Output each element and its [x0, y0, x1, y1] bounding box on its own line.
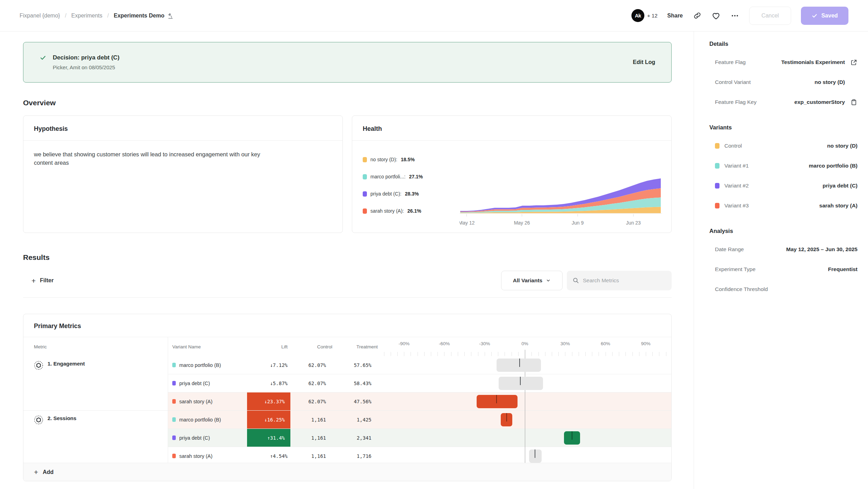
- clipboard-icon[interactable]: [850, 99, 858, 106]
- variant-swatch: [172, 454, 176, 458]
- svg-text:Jun 9: Jun 9: [572, 220, 584, 226]
- metric-name: 2. Sessions: [48, 415, 77, 421]
- collaborators[interactable]: Ak + 12: [631, 9, 658, 22]
- detail-label: Feature Flag: [715, 59, 746, 65]
- treatment-value: 57.65%: [354, 362, 371, 368]
- ruler-tick: [592, 352, 592, 356]
- ruler-tick: [619, 352, 619, 356]
- ruler-tick: [625, 352, 626, 356]
- legend-label: sarah story (A):: [370, 208, 404, 214]
- health-title: Health: [363, 125, 661, 133]
- cancel-button[interactable]: Cancel: [749, 7, 791, 25]
- target-icon: [34, 415, 43, 425]
- analysis-row: Confidence Threshold: [709, 283, 858, 295]
- ruler-tick: [585, 352, 586, 356]
- metric-cell: [23, 374, 168, 392]
- confidence-interval-midpoint: [520, 377, 521, 385]
- variant-row: Variant #3sarah story (A): [709, 200, 858, 212]
- control-value: 62.07%: [308, 362, 326, 368]
- treatment-value-cell: 47.56%: [334, 392, 380, 411]
- ruler-tick: [531, 352, 532, 356]
- metric-variant-row[interactable]: sarah story (A)↓23.37%62.07%47.56%: [23, 392, 671, 411]
- ruler-tick: [451, 352, 451, 356]
- metric-variant-row[interactable]: priya debt (C)↓5.87%62.07%58.43%: [23, 374, 671, 392]
- external-link-icon[interactable]: [850, 59, 858, 66]
- variants-heading: Variants: [709, 124, 858, 131]
- topbar: Fixpanel {demo} / Experiments / Experime…: [0, 0, 868, 31]
- ruler-tick: [612, 352, 613, 356]
- analysis-label: Date Range: [715, 246, 744, 253]
- treatment-value-cell: 57.65%: [334, 356, 380, 374]
- share-button[interactable]: Share: [667, 13, 683, 19]
- metric-cell: 1. Engagement: [23, 356, 168, 374]
- detail-row: Feature Flag Keyexp_customerStory: [709, 96, 858, 108]
- lift-axis-label: -30%: [479, 341, 490, 346]
- decision-check-icon: [39, 54, 46, 61]
- lift-axis-header: -90%-60%-30%0%30%60%90%: [380, 337, 671, 356]
- search-metrics-box: [567, 271, 672, 290]
- metric-variant-row[interactable]: priya debt (C)↑31.4%1,1612,341: [23, 429, 671, 447]
- avatar[interactable]: Ak: [631, 9, 644, 22]
- breadcrumb-project[interactable]: Fixpanel {demo}: [20, 13, 60, 19]
- metric-variant-row[interactable]: 1. Engagementmarco portfolio (B)↓7.12%62…: [23, 356, 671, 374]
- variant-label: marco portfolio (B): [179, 417, 221, 423]
- variant-swatch: [172, 363, 176, 367]
- metric-variant-row[interactable]: 2. Sessionsmarco portfolio (B)↓16.25%1,1…: [23, 411, 671, 429]
- ruler-tick: [512, 352, 512, 356]
- treatment-value-cell: 1,425: [334, 411, 380, 429]
- control-value: 62.07%: [308, 381, 326, 386]
- variant-swatch: [172, 399, 176, 404]
- favorite-heart-icon[interactable]: [711, 11, 721, 20]
- lift-axis-label: 90%: [641, 341, 650, 346]
- overview-heading: Overview: [23, 99, 672, 107]
- more-options-icon[interactable]: [730, 11, 739, 20]
- confidence-interval-cell: [380, 356, 671, 374]
- ruler-tick: [464, 352, 465, 356]
- variant-value: no story (D): [827, 143, 858, 149]
- ruler-tick: [471, 352, 471, 356]
- ruler-tick: [545, 352, 545, 356]
- ruler-tick: [431, 352, 431, 356]
- confidence-interval-bar: [499, 377, 543, 390]
- ruler-tick: [558, 352, 559, 356]
- ruler-tick: [424, 352, 425, 356]
- search-metrics-input[interactable]: [583, 277, 666, 284]
- ruler-tick: [404, 352, 404, 356]
- variant-value: marco portfolio (B): [809, 163, 858, 169]
- variant-label: Variant #3: [724, 203, 749, 209]
- control-value-cell: 62.07%: [290, 374, 334, 392]
- decision-banner: Decision: priya debt (C) Picker, Amit on…: [23, 42, 672, 83]
- all-variants-dropdown[interactable]: All Variants: [501, 271, 563, 290]
- add-metric-button[interactable]: + Add: [23, 463, 671, 481]
- lift-axis-label: 60%: [601, 341, 610, 346]
- confidence-interval-midpoint: [519, 359, 520, 367]
- legend-value: 26.1%: [407, 208, 421, 214]
- variant-label: marco portfolio (B): [179, 362, 221, 368]
- add-filter-button[interactable]: + Filter: [31, 277, 53, 284]
- svg-text:Jun 23: Jun 23: [626, 220, 641, 226]
- detail-value[interactable]: Testimonials Experiment: [781, 59, 845, 65]
- legend-item: sarah story (A): 26.1%: [363, 208, 460, 214]
- legend-swatch: [363, 174, 367, 179]
- svg-text:May 12: May 12: [460, 220, 475, 226]
- ruler-tick: [491, 352, 492, 356]
- confidence-interval-midpoint: [506, 413, 507, 421]
- edit-log-button[interactable]: Edit Log: [633, 59, 655, 65]
- variant-value: sarah story (A): [819, 203, 858, 209]
- saved-button[interactable]: Saved: [801, 7, 848, 25]
- detail-row: Feature FlagTestimonials Experiment: [709, 56, 858, 68]
- treatment-value: 1,716: [357, 453, 371, 459]
- col-metric: Metric: [23, 337, 168, 356]
- ruler-tick: [498, 352, 498, 356]
- legend-label: no story (D):: [370, 157, 397, 162]
- check-icon: [811, 13, 818, 19]
- variant-value: priya debt (C): [823, 183, 858, 189]
- copy-link-icon[interactable]: [693, 11, 702, 20]
- lift-axis-label: 30%: [560, 341, 570, 346]
- control-value: 1,161: [311, 435, 326, 441]
- ruler-tick: [652, 352, 653, 356]
- lift-axis-label: -90%: [398, 341, 410, 346]
- treatment-value: 2,341: [357, 435, 371, 441]
- health-card-header: Health: [352, 116, 671, 141]
- breadcrumb-experiments[interactable]: Experiments: [71, 13, 102, 19]
